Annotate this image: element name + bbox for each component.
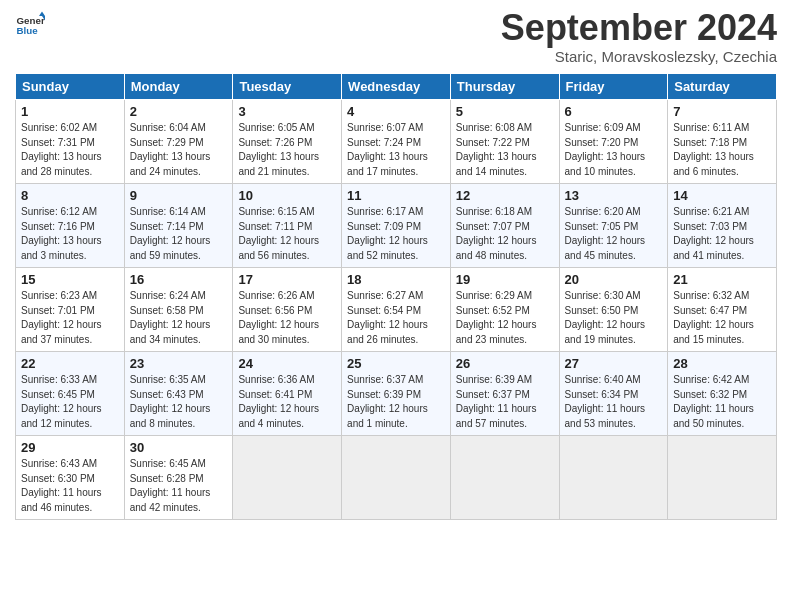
calendar-cell: 11 Sunrise: 6:17 AMSunset: 7:09 PMDaylig… [342,184,451,268]
day-header: Friday [559,74,668,100]
day-info: Sunrise: 6:20 AMSunset: 7:05 PMDaylight:… [565,205,663,263]
day-info: Sunrise: 6:07 AMSunset: 7:24 PMDaylight:… [347,121,445,179]
calendar-week-row: 1 Sunrise: 6:02 AMSunset: 7:31 PMDayligh… [16,100,777,184]
day-header: Thursday [450,74,559,100]
header: General Blue September 2024 Staric, Mora… [15,10,777,65]
svg-text:Blue: Blue [17,25,39,36]
calendar-week-row: 29 Sunrise: 6:43 AMSunset: 6:30 PMDaylig… [16,436,777,520]
day-number: 20 [565,272,663,287]
calendar-cell: 1 Sunrise: 6:02 AMSunset: 7:31 PMDayligh… [16,100,125,184]
calendar-cell: 9 Sunrise: 6:14 AMSunset: 7:14 PMDayligh… [124,184,233,268]
calendar-cell: 30 Sunrise: 6:45 AMSunset: 6:28 PMDaylig… [124,436,233,520]
day-info: Sunrise: 6:12 AMSunset: 7:16 PMDaylight:… [21,205,119,263]
calendar-week-row: 22 Sunrise: 6:33 AMSunset: 6:45 PMDaylig… [16,352,777,436]
day-number: 23 [130,356,228,371]
calendar-page: General Blue September 2024 Staric, Mora… [0,0,792,612]
day-header: Monday [124,74,233,100]
day-number: 19 [456,272,554,287]
day-info: Sunrise: 6:17 AMSunset: 7:09 PMDaylight:… [347,205,445,263]
calendar-cell: 2 Sunrise: 6:04 AMSunset: 7:29 PMDayligh… [124,100,233,184]
calendar-cell [559,436,668,520]
calendar-cell: 25 Sunrise: 6:37 AMSunset: 6:39 PMDaylig… [342,352,451,436]
month-title: September 2024 [501,10,777,46]
day-number: 7 [673,104,771,119]
calendar-week-row: 15 Sunrise: 6:23 AMSunset: 7:01 PMDaylig… [16,268,777,352]
day-number: 13 [565,188,663,203]
svg-text:General: General [17,15,46,26]
day-info: Sunrise: 6:05 AMSunset: 7:26 PMDaylight:… [238,121,336,179]
calendar-cell: 20 Sunrise: 6:30 AMSunset: 6:50 PMDaylig… [559,268,668,352]
day-number: 4 [347,104,445,119]
logo-icon: General Blue [15,10,45,40]
day-info: Sunrise: 6:02 AMSunset: 7:31 PMDaylight:… [21,121,119,179]
calendar-cell: 18 Sunrise: 6:27 AMSunset: 6:54 PMDaylig… [342,268,451,352]
calendar-cell: 19 Sunrise: 6:29 AMSunset: 6:52 PMDaylig… [450,268,559,352]
day-info: Sunrise: 6:18 AMSunset: 7:07 PMDaylight:… [456,205,554,263]
day-info: Sunrise: 6:40 AMSunset: 6:34 PMDaylight:… [565,373,663,431]
day-header: Tuesday [233,74,342,100]
day-info: Sunrise: 6:04 AMSunset: 7:29 PMDaylight:… [130,121,228,179]
calendar-cell: 17 Sunrise: 6:26 AMSunset: 6:56 PMDaylig… [233,268,342,352]
day-info: Sunrise: 6:26 AMSunset: 6:56 PMDaylight:… [238,289,336,347]
day-number: 6 [565,104,663,119]
day-number: 26 [456,356,554,371]
title-block: September 2024 Staric, Moravskoslezsky, … [501,10,777,65]
calendar-cell: 6 Sunrise: 6:09 AMSunset: 7:20 PMDayligh… [559,100,668,184]
day-number: 16 [130,272,228,287]
day-number: 27 [565,356,663,371]
day-info: Sunrise: 6:39 AMSunset: 6:37 PMDaylight:… [456,373,554,431]
calendar-cell: 14 Sunrise: 6:21 AMSunset: 7:03 PMDaylig… [668,184,777,268]
day-info: Sunrise: 6:32 AMSunset: 6:47 PMDaylight:… [673,289,771,347]
calendar-cell [342,436,451,520]
day-info: Sunrise: 6:43 AMSunset: 6:30 PMDaylight:… [21,457,119,515]
calendar-cell [668,436,777,520]
svg-marker-2 [39,12,45,17]
day-number: 30 [130,440,228,455]
calendar-cell: 4 Sunrise: 6:07 AMSunset: 7:24 PMDayligh… [342,100,451,184]
calendar-cell: 22 Sunrise: 6:33 AMSunset: 6:45 PMDaylig… [16,352,125,436]
day-number: 8 [21,188,119,203]
header-row: SundayMondayTuesdayWednesdayThursdayFrid… [16,74,777,100]
calendar-cell: 15 Sunrise: 6:23 AMSunset: 7:01 PMDaylig… [16,268,125,352]
calendar-cell: 13 Sunrise: 6:20 AMSunset: 7:05 PMDaylig… [559,184,668,268]
day-info: Sunrise: 6:29 AMSunset: 6:52 PMDaylight:… [456,289,554,347]
day-info: Sunrise: 6:42 AMSunset: 6:32 PMDaylight:… [673,373,771,431]
day-number: 2 [130,104,228,119]
day-info: Sunrise: 6:33 AMSunset: 6:45 PMDaylight:… [21,373,119,431]
calendar-cell: 26 Sunrise: 6:39 AMSunset: 6:37 PMDaylig… [450,352,559,436]
day-number: 17 [238,272,336,287]
day-number: 22 [21,356,119,371]
day-info: Sunrise: 6:37 AMSunset: 6:39 PMDaylight:… [347,373,445,431]
day-number: 15 [21,272,119,287]
calendar-cell: 8 Sunrise: 6:12 AMSunset: 7:16 PMDayligh… [16,184,125,268]
day-info: Sunrise: 6:36 AMSunset: 6:41 PMDaylight:… [238,373,336,431]
calendar-cell: 7 Sunrise: 6:11 AMSunset: 7:18 PMDayligh… [668,100,777,184]
calendar-cell: 23 Sunrise: 6:35 AMSunset: 6:43 PMDaylig… [124,352,233,436]
day-header: Sunday [16,74,125,100]
day-number: 10 [238,188,336,203]
day-info: Sunrise: 6:14 AMSunset: 7:14 PMDaylight:… [130,205,228,263]
calendar-cell: 10 Sunrise: 6:15 AMSunset: 7:11 PMDaylig… [233,184,342,268]
calendar-table: SundayMondayTuesdayWednesdayThursdayFrid… [15,73,777,520]
calendar-cell: 24 Sunrise: 6:36 AMSunset: 6:41 PMDaylig… [233,352,342,436]
calendar-week-row: 8 Sunrise: 6:12 AMSunset: 7:16 PMDayligh… [16,184,777,268]
day-number: 21 [673,272,771,287]
day-info: Sunrise: 6:30 AMSunset: 6:50 PMDaylight:… [565,289,663,347]
day-number: 12 [456,188,554,203]
day-info: Sunrise: 6:21 AMSunset: 7:03 PMDaylight:… [673,205,771,263]
calendar-cell: 21 Sunrise: 6:32 AMSunset: 6:47 PMDaylig… [668,268,777,352]
day-number: 3 [238,104,336,119]
day-info: Sunrise: 6:08 AMSunset: 7:22 PMDaylight:… [456,121,554,179]
day-header: Saturday [668,74,777,100]
calendar-cell: 12 Sunrise: 6:18 AMSunset: 7:07 PMDaylig… [450,184,559,268]
calendar-cell: 27 Sunrise: 6:40 AMSunset: 6:34 PMDaylig… [559,352,668,436]
day-number: 29 [21,440,119,455]
calendar-cell: 28 Sunrise: 6:42 AMSunset: 6:32 PMDaylig… [668,352,777,436]
calendar-cell [233,436,342,520]
calendar-cell [450,436,559,520]
calendar-cell: 29 Sunrise: 6:43 AMSunset: 6:30 PMDaylig… [16,436,125,520]
day-info: Sunrise: 6:09 AMSunset: 7:20 PMDaylight:… [565,121,663,179]
calendar-cell: 3 Sunrise: 6:05 AMSunset: 7:26 PMDayligh… [233,100,342,184]
day-number: 25 [347,356,445,371]
day-info: Sunrise: 6:11 AMSunset: 7:18 PMDaylight:… [673,121,771,179]
